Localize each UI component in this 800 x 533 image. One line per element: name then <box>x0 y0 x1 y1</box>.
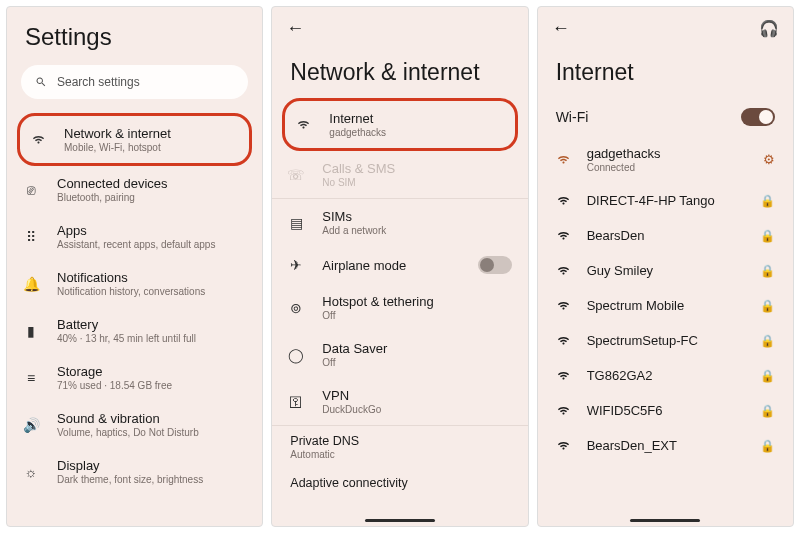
settings-list: Network & internetMobile, Wi-Fi, hotspot… <box>7 113 262 526</box>
settings-item-sound[interactable]: 🔊 Sound & vibrationVolume, haptics, Do N… <box>7 401 262 448</box>
headset-icon[interactable]: 🎧 <box>759 19 779 38</box>
network-item-calls-sms: ☏ Calls & SMSNo SIM <box>272 151 527 198</box>
wifi-toggle-row: Wi-Fi <box>538 98 793 136</box>
wifi-network-item[interactable]: Spectrum Mobile 🔒 <box>538 288 793 323</box>
phone-sms-icon: ☏ <box>286 167 306 183</box>
lock-icon: 🔒 <box>760 404 775 418</box>
brightness-icon: ☼ <box>21 464 41 480</box>
settings-item-notifications[interactable]: 🔔 NotificationsNotification history, con… <box>7 260 262 307</box>
settings-item-connected-devices[interactable]: ⎚ Connected devicesBluetooth, pairing <box>7 166 262 213</box>
sim-icon: ▤ <box>286 215 306 231</box>
wifi-icon <box>556 368 573 383</box>
back-button[interactable]: ← <box>286 18 304 39</box>
network-internet-screen: ← Network & internet Internetgadgethacks… <box>271 6 528 527</box>
page-title: Internet <box>538 49 793 98</box>
wifi-network-item[interactable]: BearsDen 🔒 <box>538 218 793 253</box>
settings-screen: Settings Search settings Network & inter… <box>6 6 263 527</box>
network-item-airplane[interactable]: ✈ Airplane mode <box>272 246 527 284</box>
nav-handle[interactable] <box>365 519 435 522</box>
wifi-network-item[interactable]: WIFID5C5F6 🔒 <box>538 393 793 428</box>
wifi-icon <box>556 152 573 167</box>
network-item-datasaver[interactable]: ◯ Data SaverOff <box>272 331 527 378</box>
datasaver-icon: ◯ <box>286 347 306 363</box>
back-button[interactable]: ← <box>552 18 570 39</box>
network-item-hotspot[interactable]: ⊚ Hotspot & tetheringOff <box>272 284 527 331</box>
wifi-toggle[interactable] <box>741 108 775 126</box>
network-list: Internetgadgethacks ☏ Calls & SMSNo SIM … <box>272 98 527 526</box>
lock-icon: 🔒 <box>760 439 775 453</box>
airplane-mode-toggle[interactable] <box>478 256 512 274</box>
nav-handle[interactable] <box>630 519 700 522</box>
search-placeholder: Search settings <box>57 75 140 89</box>
apps-icon: ⠿ <box>21 229 41 245</box>
battery-icon: ▮ <box>21 323 41 339</box>
wifi-network-item[interactable]: SpectrumSetup-FC 🔒 <box>538 323 793 358</box>
wifi-network-item[interactable]: Guy Smiley 🔒 <box>538 253 793 288</box>
page-title: Settings <box>7 7 262 65</box>
settings-item-storage[interactable]: ≡ Storage71% used · 18.54 GB free <box>7 354 262 401</box>
wifi-network-connected[interactable]: gadgethacks Connected ⚙ <box>538 136 793 183</box>
volume-icon: 🔊 <box>21 417 41 433</box>
airplane-icon: ✈ <box>286 257 306 273</box>
settings-item-apps[interactable]: ⠿ AppsAssistant, recent apps, default ap… <box>7 213 262 260</box>
storage-icon: ≡ <box>21 370 41 386</box>
wifi-network-list: gadgethacks Connected ⚙ DIRECT-4F-HP Tan… <box>538 136 793 526</box>
wifi-icon <box>556 438 573 453</box>
settings-item-battery[interactable]: ▮ Battery40% · 13 hr, 45 min left until … <box>7 307 262 354</box>
network-item-internet[interactable]: Internetgadgethacks <box>282 98 517 151</box>
wifi-icon <box>556 298 573 313</box>
network-item-sims[interactable]: ▤ SIMsAdd a network <box>272 199 527 246</box>
wifi-network-item[interactable]: BearsDen_EXT 🔒 <box>538 428 793 463</box>
network-item-vpn[interactable]: ⚿ VPNDuckDuckGo <box>272 378 527 425</box>
settings-item-display[interactable]: ☼ DisplayDark theme, font size, brightne… <box>7 448 262 495</box>
wifi-network-item[interactable]: DIRECT-4F-HP Tango 🔒 <box>538 183 793 218</box>
lock-icon: 🔒 <box>760 264 775 278</box>
network-item-adaptive[interactable]: Adaptive connectivity <box>272 462 527 492</box>
wifi-icon <box>293 117 313 132</box>
lock-icon: 🔒 <box>760 369 775 383</box>
settings-item-network[interactable]: Network & internetMobile, Wi-Fi, hotspot <box>17 113 252 166</box>
lock-icon: 🔒 <box>760 334 775 348</box>
wifi-icon <box>28 132 48 147</box>
bell-icon: 🔔 <box>21 276 41 292</box>
wifi-icon <box>556 228 573 243</box>
wifi-icon <box>556 333 573 348</box>
lock-icon: 🔒 <box>760 299 775 313</box>
vpn-key-icon: ⚿ <box>286 394 306 410</box>
internet-screen: ← 🎧 Internet Wi-Fi gadgethacks Connected… <box>537 6 794 527</box>
search-settings-input[interactable]: Search settings <box>21 65 248 99</box>
lock-icon: 🔒 <box>760 194 775 208</box>
wifi-icon <box>556 263 573 278</box>
gear-icon[interactable]: ⚙ <box>763 152 775 167</box>
wifi-icon <box>556 193 573 208</box>
wifi-icon <box>556 403 573 418</box>
wifi-network-item[interactable]: TG862GA2 🔒 <box>538 358 793 393</box>
lock-icon: 🔒 <box>760 229 775 243</box>
hotspot-icon: ⊚ <box>286 300 306 316</box>
page-title: Network & internet <box>272 49 527 98</box>
network-item-private-dns[interactable]: Private DNS Automatic <box>272 426 527 462</box>
search-icon <box>35 76 47 88</box>
devices-icon: ⎚ <box>21 182 41 198</box>
